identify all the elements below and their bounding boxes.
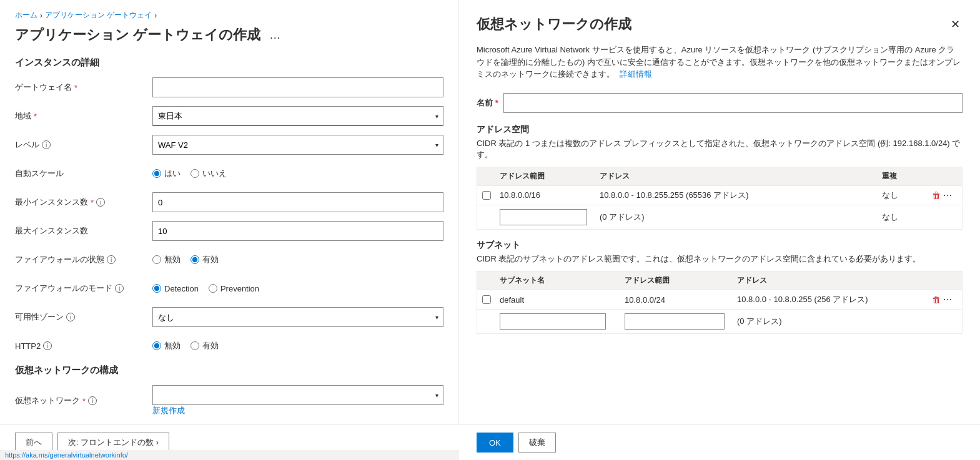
firewall-mode-detection-label[interactable]: Detection	[152, 284, 199, 293]
min-instance-input[interactable]	[152, 192, 443, 212]
more-options-button[interactable]: …	[265, 27, 284, 43]
vnet-info-icon[interactable]: i	[88, 396, 97, 405]
modal-title: 仮想ネットワークの作成	[477, 15, 631, 34]
subnet-table: サブネット名 アドレス範囲 アドレス default 10.8.0.0/24 1…	[477, 271, 963, 334]
firewall-state-info-icon[interactable]: i	[107, 255, 116, 264]
firewall-mode-detection-radio[interactable]	[152, 284, 161, 293]
autoscale-yes-radio[interactable]	[152, 169, 161, 178]
firewall-state-enabled-radio[interactable]	[191, 255, 199, 264]
subnet-new-name-input[interactable]	[500, 313, 606, 330]
subnet-row1-delete-icon[interactable]: 🗑	[932, 295, 941, 305]
modal-close-button[interactable]: ✕	[948, 15, 963, 34]
subnet-new-count: (0 アドレス)	[737, 316, 932, 327]
availability-zone-info-icon[interactable]: i	[66, 313, 75, 321]
firewall-mode-detection-text: Detection	[164, 284, 199, 293]
address-row1-checkbox[interactable]	[482, 191, 491, 200]
min-instance-required: *	[91, 198, 94, 207]
address-col-check	[482, 171, 500, 182]
tier-select[interactable]: WAF V2	[152, 135, 443, 155]
breadcrumb-home[interactable]: ホーム	[15, 10, 37, 21]
vnet-required: *	[82, 396, 86, 406]
max-instance-label: 最大インスタンス数	[15, 225, 88, 237]
address-new-input[interactable]	[500, 209, 587, 225]
autoscale-yes-label[interactable]: はい	[152, 168, 181, 179]
firewall-state-enabled-text: 有効	[202, 254, 219, 265]
min-instance-label: 最小インスタンス数	[15, 197, 88, 208]
address-row1-more-icon[interactable]: ⋯	[943, 190, 952, 200]
http2-disabled-text: 無効	[164, 340, 181, 351]
address-new-overlap: なし	[882, 212, 932, 223]
max-instance-input[interactable]	[152, 221, 443, 241]
subnet-col-range: アドレス範囲	[625, 275, 737, 286]
detail-link[interactable]: 詳細情報	[620, 69, 652, 79]
subnet-row1-range: 10.8.0.0/24	[625, 295, 737, 305]
vnet-label: 仮想ネットワーク	[15, 395, 80, 406]
status-bar-url: https://aka.ms/generalvirtualnetworkinfo…	[5, 451, 128, 459]
firewall-mode-prevention-radio[interactable]	[209, 284, 217, 293]
breadcrumb-sep2: ›	[154, 11, 157, 20]
vnet-name-input[interactable]	[503, 93, 963, 113]
address-table-row: 10.8.0.0/16 10.8.0.0 - 10.8.255.255 (655…	[477, 186, 962, 205]
instance-section-title: インスタンスの詳細	[15, 57, 443, 69]
region-label: 地域	[15, 110, 31, 122]
http2-disabled-label[interactable]: 無効	[152, 340, 181, 351]
subnet-table-header: サブネット名 アドレス範囲 アドレス	[477, 272, 962, 290]
firewall-mode-prevention-text: Prevention	[220, 284, 259, 293]
vnet-select[interactable]	[152, 385, 443, 405]
autoscale-yes-text: はい	[164, 168, 181, 179]
firewall-state-disabled-text: 無効	[164, 254, 181, 265]
autoscale-no-radio[interactable]	[191, 169, 199, 178]
subnet-title: サブネット	[477, 240, 963, 251]
autoscale-no-text: いいえ	[202, 168, 227, 179]
new-create-link[interactable]: 新規作成	[152, 406, 185, 415]
firewall-state-disabled-radio[interactable]	[152, 255, 161, 264]
gateway-name-input[interactable]	[152, 77, 443, 97]
subnet-col-actions	[932, 275, 957, 286]
subnet-row1-name: default	[500, 295, 625, 305]
address-table-header: アドレス範囲 アドレス 重複	[477, 167, 962, 186]
address-row1-range: 10.8.0.0/16	[500, 190, 600, 200]
firewall-state-disabled-label[interactable]: 無効	[152, 254, 181, 265]
autoscale-no-label[interactable]: いいえ	[191, 168, 227, 179]
firewall-state-radio-group: 無効 有効	[152, 254, 443, 265]
subnet-col-check	[482, 275, 500, 286]
subnet-new-row: (0 アドレス)	[477, 310, 962, 333]
http2-enabled-radio[interactable]	[191, 341, 199, 350]
availability-zone-select[interactable]: なし	[152, 307, 443, 327]
breadcrumb-appgw[interactable]: アプリケーション ゲートウェイ	[45, 10, 152, 21]
min-instance-info-icon[interactable]: i	[96, 198, 105, 207]
modal-description: Microsoft Azure Virtual Network サービスを使用す…	[477, 44, 963, 81]
ok-button[interactable]: OK	[477, 433, 513, 453]
address-row1-delete-icon[interactable]: 🗑	[932, 190, 941, 200]
tier-label: レベル	[15, 139, 39, 150]
firewall-mode-prevention-label[interactable]: Prevention	[209, 284, 259, 293]
subnet-col-address: アドレス	[737, 275, 932, 286]
breadcrumb-sep1: ›	[40, 11, 42, 20]
firewall-state-enabled-label[interactable]: 有効	[191, 254, 219, 265]
address-new-count: (0 アドレス)	[600, 212, 882, 223]
firewall-mode-label: ファイアウォールのモード	[15, 283, 112, 294]
http2-enabled-label[interactable]: 有効	[191, 340, 219, 351]
tier-info-icon[interactable]: i	[42, 140, 51, 149]
availability-zone-label: 可用性ゾーン	[15, 311, 64, 323]
name-required: *	[495, 98, 498, 107]
cancel-button[interactable]: 破棄	[518, 433, 556, 453]
page-title: アプリケーション ゲートウェイの作成	[15, 26, 260, 44]
http2-info-icon[interactable]: i	[43, 341, 52, 350]
subnet-new-range-input[interactable]	[625, 313, 725, 330]
address-col-range: アドレス範囲	[500, 171, 600, 182]
subnet-row1-more-icon[interactable]: ⋯	[943, 295, 952, 305]
modal-footer: OK 破棄	[459, 424, 980, 460]
http2-disabled-radio[interactable]	[152, 341, 161, 350]
address-col-address: アドレス	[600, 171, 882, 182]
firewall-mode-info-icon[interactable]: i	[115, 284, 124, 293]
region-select[interactable]: 東日本	[152, 106, 443, 126]
subnet-row1-checkbox[interactable]	[482, 295, 491, 304]
address-new-row: (0 アドレス) なし	[477, 205, 962, 229]
breadcrumb: ホーム › アプリケーション ゲートウェイ ›	[15, 10, 443, 21]
gateway-name-label: ゲートウェイ名	[15, 82, 72, 93]
subnet-col-name: サブネット名	[500, 275, 625, 286]
address-col-overlap: 重複	[882, 171, 932, 182]
firewall-state-label: ファイアウォールの状態	[15, 254, 104, 265]
autoscale-label: 自動スケール	[15, 168, 64, 179]
